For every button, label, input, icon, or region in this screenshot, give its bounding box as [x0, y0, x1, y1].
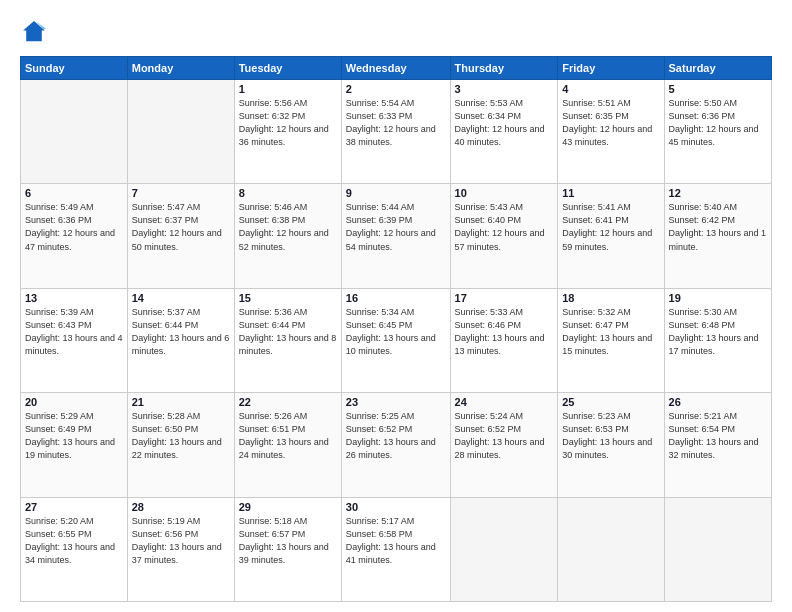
weekday-header-thursday: Thursday [450, 57, 558, 80]
day-detail: Sunrise: 5:30 AMSunset: 6:48 PMDaylight:… [669, 306, 767, 358]
calendar-cell: 20Sunrise: 5:29 AMSunset: 6:49 PMDayligh… [21, 393, 128, 497]
weekday-header-tuesday: Tuesday [234, 57, 341, 80]
day-detail: Sunrise: 5:47 AMSunset: 6:37 PMDaylight:… [132, 201, 230, 253]
day-number: 27 [25, 501, 123, 513]
day-detail: Sunrise: 5:46 AMSunset: 6:38 PMDaylight:… [239, 201, 337, 253]
day-number: 15 [239, 292, 337, 304]
day-detail: Sunrise: 5:53 AMSunset: 6:34 PMDaylight:… [455, 97, 554, 149]
calendar-cell: 13Sunrise: 5:39 AMSunset: 6:43 PMDayligh… [21, 288, 128, 392]
day-detail: Sunrise: 5:36 AMSunset: 6:44 PMDaylight:… [239, 306, 337, 358]
calendar-cell: 3Sunrise: 5:53 AMSunset: 6:34 PMDaylight… [450, 80, 558, 184]
week-row-3: 13Sunrise: 5:39 AMSunset: 6:43 PMDayligh… [21, 288, 772, 392]
day-detail: Sunrise: 5:50 AMSunset: 6:36 PMDaylight:… [669, 97, 767, 149]
calendar-cell: 4Sunrise: 5:51 AMSunset: 6:35 PMDaylight… [558, 80, 664, 184]
day-detail: Sunrise: 5:21 AMSunset: 6:54 PMDaylight:… [669, 410, 767, 462]
weekday-header-friday: Friday [558, 57, 664, 80]
calendar-cell: 15Sunrise: 5:36 AMSunset: 6:44 PMDayligh… [234, 288, 341, 392]
calendar-cell: 2Sunrise: 5:54 AMSunset: 6:33 PMDaylight… [341, 80, 450, 184]
weekday-header-row: SundayMondayTuesdayWednesdayThursdayFrid… [21, 57, 772, 80]
day-detail: Sunrise: 5:49 AMSunset: 6:36 PMDaylight:… [25, 201, 123, 253]
day-detail: Sunrise: 5:23 AMSunset: 6:53 PMDaylight:… [562, 410, 659, 462]
day-detail: Sunrise: 5:25 AMSunset: 6:52 PMDaylight:… [346, 410, 446, 462]
day-number: 25 [562, 396, 659, 408]
day-number: 18 [562, 292, 659, 304]
day-number: 20 [25, 396, 123, 408]
day-number: 17 [455, 292, 554, 304]
calendar-cell: 25Sunrise: 5:23 AMSunset: 6:53 PMDayligh… [558, 393, 664, 497]
calendar-cell [127, 80, 234, 184]
calendar-cell: 9Sunrise: 5:44 AMSunset: 6:39 PMDaylight… [341, 184, 450, 288]
day-detail: Sunrise: 5:17 AMSunset: 6:58 PMDaylight:… [346, 515, 446, 567]
day-number: 1 [239, 83, 337, 95]
calendar-cell: 18Sunrise: 5:32 AMSunset: 6:47 PMDayligh… [558, 288, 664, 392]
calendar-cell: 5Sunrise: 5:50 AMSunset: 6:36 PMDaylight… [664, 80, 771, 184]
calendar-cell: 10Sunrise: 5:43 AMSunset: 6:40 PMDayligh… [450, 184, 558, 288]
day-number: 24 [455, 396, 554, 408]
calendar-cell: 17Sunrise: 5:33 AMSunset: 6:46 PMDayligh… [450, 288, 558, 392]
day-number: 19 [669, 292, 767, 304]
day-detail: Sunrise: 5:28 AMSunset: 6:50 PMDaylight:… [132, 410, 230, 462]
day-number: 16 [346, 292, 446, 304]
day-number: 11 [562, 187, 659, 199]
day-detail: Sunrise: 5:40 AMSunset: 6:42 PMDaylight:… [669, 201, 767, 253]
svg-marker-0 [23, 21, 45, 41]
weekday-header-monday: Monday [127, 57, 234, 80]
day-detail: Sunrise: 5:41 AMSunset: 6:41 PMDaylight:… [562, 201, 659, 253]
logo-icon [20, 18, 48, 46]
day-detail: Sunrise: 5:18 AMSunset: 6:57 PMDaylight:… [239, 515, 337, 567]
calendar-cell [450, 497, 558, 601]
day-number: 30 [346, 501, 446, 513]
day-number: 9 [346, 187, 446, 199]
day-detail: Sunrise: 5:20 AMSunset: 6:55 PMDaylight:… [25, 515, 123, 567]
day-number: 26 [669, 396, 767, 408]
day-number: 13 [25, 292, 123, 304]
day-number: 2 [346, 83, 446, 95]
day-number: 29 [239, 501, 337, 513]
day-detail: Sunrise: 5:43 AMSunset: 6:40 PMDaylight:… [455, 201, 554, 253]
day-detail: Sunrise: 5:19 AMSunset: 6:56 PMDaylight:… [132, 515, 230, 567]
weekday-header-saturday: Saturday [664, 57, 771, 80]
calendar-cell [21, 80, 128, 184]
day-number: 3 [455, 83, 554, 95]
weekday-header-sunday: Sunday [21, 57, 128, 80]
day-number: 21 [132, 396, 230, 408]
day-number: 10 [455, 187, 554, 199]
day-detail: Sunrise: 5:29 AMSunset: 6:49 PMDaylight:… [25, 410, 123, 462]
calendar-cell: 23Sunrise: 5:25 AMSunset: 6:52 PMDayligh… [341, 393, 450, 497]
day-number: 8 [239, 187, 337, 199]
day-detail: Sunrise: 5:56 AMSunset: 6:32 PMDaylight:… [239, 97, 337, 149]
calendar-cell: 28Sunrise: 5:19 AMSunset: 6:56 PMDayligh… [127, 497, 234, 601]
day-number: 7 [132, 187, 230, 199]
header [20, 18, 772, 46]
calendar-cell: 27Sunrise: 5:20 AMSunset: 6:55 PMDayligh… [21, 497, 128, 601]
day-number: 22 [239, 396, 337, 408]
calendar-cell: 30Sunrise: 5:17 AMSunset: 6:58 PMDayligh… [341, 497, 450, 601]
calendar-cell: 19Sunrise: 5:30 AMSunset: 6:48 PMDayligh… [664, 288, 771, 392]
calendar-cell: 7Sunrise: 5:47 AMSunset: 6:37 PMDaylight… [127, 184, 234, 288]
calendar-cell: 12Sunrise: 5:40 AMSunset: 6:42 PMDayligh… [664, 184, 771, 288]
weekday-header-wednesday: Wednesday [341, 57, 450, 80]
day-number: 6 [25, 187, 123, 199]
day-detail: Sunrise: 5:54 AMSunset: 6:33 PMDaylight:… [346, 97, 446, 149]
week-row-2: 6Sunrise: 5:49 AMSunset: 6:36 PMDaylight… [21, 184, 772, 288]
week-row-4: 20Sunrise: 5:29 AMSunset: 6:49 PMDayligh… [21, 393, 772, 497]
calendar-table: SundayMondayTuesdayWednesdayThursdayFrid… [20, 56, 772, 602]
calendar-page: SundayMondayTuesdayWednesdayThursdayFrid… [0, 0, 792, 612]
calendar-cell [664, 497, 771, 601]
calendar-cell: 16Sunrise: 5:34 AMSunset: 6:45 PMDayligh… [341, 288, 450, 392]
day-number: 4 [562, 83, 659, 95]
calendar-cell: 11Sunrise: 5:41 AMSunset: 6:41 PMDayligh… [558, 184, 664, 288]
day-number: 28 [132, 501, 230, 513]
day-detail: Sunrise: 5:24 AMSunset: 6:52 PMDaylight:… [455, 410, 554, 462]
calendar-cell: 26Sunrise: 5:21 AMSunset: 6:54 PMDayligh… [664, 393, 771, 497]
day-detail: Sunrise: 5:39 AMSunset: 6:43 PMDaylight:… [25, 306, 123, 358]
day-number: 5 [669, 83, 767, 95]
day-detail: Sunrise: 5:51 AMSunset: 6:35 PMDaylight:… [562, 97, 659, 149]
calendar-cell: 8Sunrise: 5:46 AMSunset: 6:38 PMDaylight… [234, 184, 341, 288]
day-number: 14 [132, 292, 230, 304]
day-detail: Sunrise: 5:44 AMSunset: 6:39 PMDaylight:… [346, 201, 446, 253]
day-detail: Sunrise: 5:26 AMSunset: 6:51 PMDaylight:… [239, 410, 337, 462]
calendar-cell: 14Sunrise: 5:37 AMSunset: 6:44 PMDayligh… [127, 288, 234, 392]
calendar-cell: 29Sunrise: 5:18 AMSunset: 6:57 PMDayligh… [234, 497, 341, 601]
day-detail: Sunrise: 5:33 AMSunset: 6:46 PMDaylight:… [455, 306, 554, 358]
